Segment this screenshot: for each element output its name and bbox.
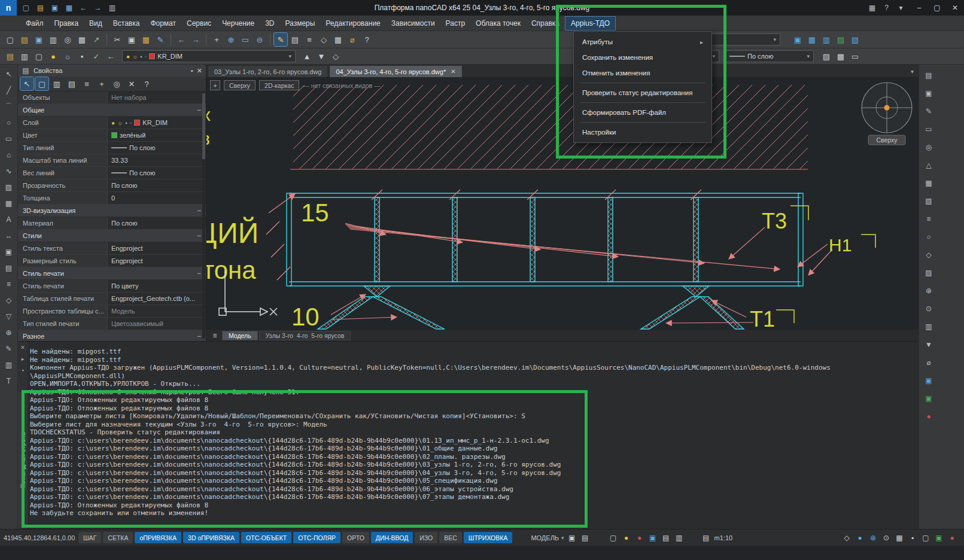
layer-previous-icon[interactable]: ← bbox=[104, 50, 117, 63]
prop-row[interactable]: Стиль текстаEngproject bbox=[18, 242, 206, 255]
menu-item-6[interactable]: Черчение bbox=[217, 16, 260, 31]
entity-snap-icon[interactable]: ◇ bbox=[329, 50, 342, 63]
document-tab[interactable]: 04_Узлы 3-го, 4-го, 5-го ярусов.dwg*✕ bbox=[329, 65, 462, 77]
point-icon[interactable]: ◇ bbox=[3, 294, 15, 306]
toggle-ИЗО[interactable]: ИЗО bbox=[415, 532, 437, 543]
layer-freeze-icon[interactable]: ☼ bbox=[132, 53, 138, 60]
notes-icon[interactable]: Т bbox=[3, 375, 15, 387]
menu-item-8[interactable]: Размеры bbox=[279, 16, 320, 31]
help-icon[interactable]: ? bbox=[140, 77, 153, 90]
print-icon[interactable]: ▥ bbox=[105, 1, 119, 14]
properties-icon[interactable]: ▤ bbox=[288, 33, 302, 46]
undo-icon[interactable]: ← bbox=[77, 1, 90, 14]
appius-pdf-icon[interactable]: ▧ bbox=[849, 33, 862, 46]
prop-row[interactable]: Масштаб типа линий33.33 bbox=[18, 154, 206, 167]
batch-plot-icon[interactable]: ▦ bbox=[75, 33, 89, 46]
dimension-icon[interactable]: ↔ bbox=[3, 230, 15, 242]
gradient-icon[interactable]: ▩ bbox=[834, 50, 847, 63]
table-icon[interactable]: ▦ bbox=[332, 33, 345, 46]
select-add-icon[interactable]: ▢ bbox=[35, 77, 48, 90]
spline-icon[interactable]: ∿ bbox=[3, 165, 15, 177]
appius-menu-item[interactable]: Атрибуты▸ bbox=[574, 34, 711, 50]
appius-attributes-icon[interactable]: ▣ bbox=[791, 33, 804, 46]
fullscreen-icon[interactable]: ▢ bbox=[920, 532, 932, 543]
menu-item-10[interactable]: Зависимости bbox=[386, 16, 440, 31]
measure-icon[interactable]: ⌀ bbox=[346, 33, 359, 46]
open-file-icon[interactable]: ▤ bbox=[18, 33, 31, 46]
prop-value[interactable]: Цветозависимый bbox=[108, 318, 206, 330]
prop-value[interactable]: По слою bbox=[108, 217, 206, 229]
visual-style-button[interactable]: 2D-каркас bbox=[259, 80, 299, 90]
cut-icon[interactable]: ✂ bbox=[111, 33, 124, 46]
toggle-3D оПРИВЯЗКА[interactable]: 3D оПРИВЯЗКА bbox=[183, 532, 239, 543]
edit-icon[interactable]: ✎ bbox=[923, 105, 935, 117]
viewport-view-button[interactable]: Сверху bbox=[224, 80, 256, 90]
appius-status-icon[interactable]: ▤ bbox=[834, 33, 847, 46]
plot-icon[interactable]: ▥ bbox=[47, 33, 60, 46]
quick-select-icon[interactable]: ▥ bbox=[50, 77, 63, 90]
layer-on-icon[interactable]: ● bbox=[111, 120, 115, 126]
redo-icon[interactable]: → bbox=[189, 33, 202, 46]
prop-row[interactable]: ПрозрачностьПо слою bbox=[18, 179, 206, 192]
lamp-icon[interactable]: ● bbox=[621, 532, 632, 543]
minimize-button[interactable]: – bbox=[910, 0, 928, 16]
layer-on-icon[interactable]: ● bbox=[47, 50, 60, 63]
layer-lock-icon[interactable]: ▪ bbox=[75, 50, 89, 63]
erase-icon[interactable]: ▽ bbox=[3, 311, 15, 322]
appius-save-icon[interactable]: ▦ bbox=[805, 33, 819, 46]
prop-value[interactable]: По слою bbox=[108, 179, 206, 191]
properties-icon[interactable]: ▤ bbox=[923, 69, 935, 81]
zoom-status-icon[interactable]: ⊕ bbox=[867, 532, 879, 543]
alert-red-icon[interactable]: ● bbox=[923, 410, 935, 422]
export-icon[interactable]: ↗ bbox=[90, 33, 103, 46]
command-line-panel[interactable]: ✕ ▸ ▪ Командная строка Не найдены: mipgo… bbox=[18, 341, 919, 529]
prop-value[interactable]: ●☼▪▫KR_DIM bbox=[108, 117, 206, 129]
undo-icon[interactable]: ← bbox=[175, 33, 188, 46]
open-file-icon[interactable]: ▤ bbox=[34, 1, 47, 14]
menu-item-14[interactable]: Appius-ТДО bbox=[565, 16, 616, 31]
close-icon[interactable]: ✕ bbox=[20, 345, 25, 351]
prop-value[interactable]: По цвету bbox=[108, 280, 206, 292]
layout-icon[interactable]: ▦ bbox=[893, 532, 905, 543]
3d-icon[interactable]: △ bbox=[923, 159, 935, 171]
text-icon[interactable]: A bbox=[3, 214, 15, 226]
props-section[interactable]: Стили− bbox=[18, 230, 206, 242]
layer-set-current-icon[interactable]: ✓ bbox=[90, 50, 103, 63]
pin-panel-icon[interactable]: + bbox=[95, 77, 108, 90]
circle-icon[interactable]: ○ bbox=[923, 231, 935, 243]
paste-icon[interactable]: ▦ bbox=[139, 33, 153, 46]
region-icon[interactable]: ▦ bbox=[3, 197, 15, 209]
render-icon[interactable]: ◎ bbox=[923, 141, 935, 153]
lineweight-combo[interactable]: По слою ▾ bbox=[725, 50, 814, 62]
close-button[interactable]: ✕ bbox=[946, 0, 964, 16]
notify-blue-icon[interactable]: ▣ bbox=[647, 532, 659, 543]
close-icon[interactable]: ✕ bbox=[197, 67, 202, 75]
pin-icon[interactable]: ▪ bbox=[22, 367, 23, 373]
space-mode-control[interactable]: МОДЕЛЬ ▾ bbox=[531, 534, 564, 541]
notify-red-icon[interactable]: ● bbox=[634, 532, 646, 543]
collapse-icon[interactable]: − bbox=[197, 269, 201, 278]
toggle-ШАГ[interactable]: ШАГ bbox=[78, 532, 101, 543]
menu-item-9[interactable]: Редактирование bbox=[320, 16, 385, 31]
menu-item-7[interactable]: 3D bbox=[260, 16, 279, 31]
prop-row[interactable]: Вес линийПо слою bbox=[18, 167, 206, 179]
prop-value[interactable]: Engproject bbox=[108, 242, 206, 254]
sheet-tab[interactable]: Узлы 3-го 4-го 5-го ярусов bbox=[259, 331, 351, 340]
new-file-icon[interactable]: ▢ bbox=[19, 1, 33, 14]
zoom-icon[interactable]: ⊕ bbox=[3, 327, 15, 339]
toggle-ОРТО[interactable]: ОРТО bbox=[342, 532, 369, 543]
prop-value[interactable]: зелёный bbox=[108, 129, 206, 141]
prop-value[interactable]: 33.33 bbox=[108, 154, 206, 166]
prop-value[interactable]: По слою bbox=[108, 142, 206, 154]
tab-list-chevron-icon[interactable]: ▾ bbox=[911, 68, 919, 77]
select-icon[interactable]: ↖ bbox=[3, 68, 15, 80]
prop-value[interactable]: По слою bbox=[108, 167, 206, 179]
menu-item-2[interactable]: Вид bbox=[84, 16, 108, 31]
help-icon[interactable]: ? bbox=[360, 33, 373, 46]
toggle-ШТРИХОВКА[interactable]: ШТРИХОВКА bbox=[464, 532, 513, 543]
hatch-icon[interactable]: ▨ bbox=[820, 50, 833, 63]
order-icon[interactable]: ▼ bbox=[923, 339, 935, 351]
status-red-icon[interactable]: ● bbox=[946, 532, 958, 543]
annotation-scale-control[interactable]: ▤ m1:10 bbox=[700, 532, 733, 543]
menu-item-0[interactable]: Файл bbox=[20, 16, 49, 31]
